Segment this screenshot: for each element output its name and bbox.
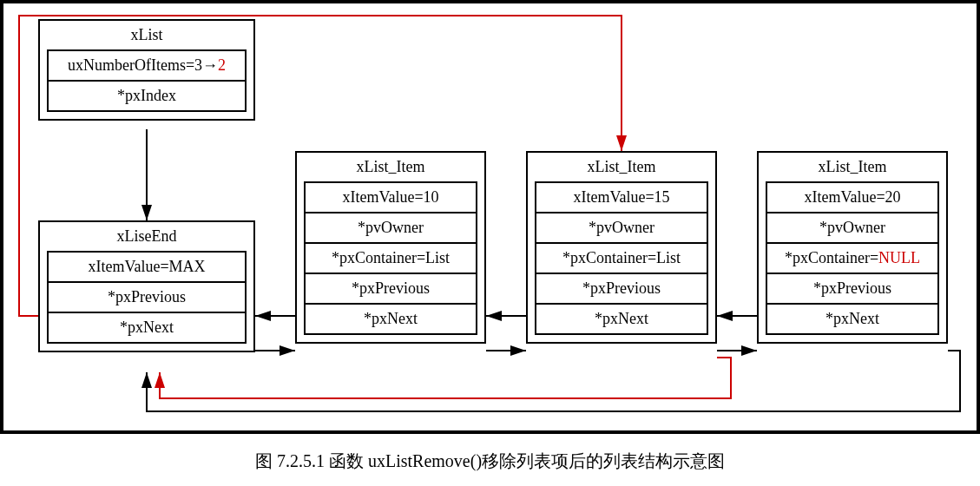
xlistend-xitemvalue: xItemValue=MAX (49, 253, 245, 283)
item20-pxprevious: *pxPrevious (767, 274, 937, 305)
arrow-item15-next-end-red (160, 358, 731, 398)
uxnumberofitems-cell: uxNumberOfItems=3→2 (49, 51, 245, 82)
item10-table: xItemValue=10 *pvOwner *pxContainer=List… (304, 181, 477, 335)
arrow-item20-next-end-wrap (147, 351, 960, 411)
item15-box: xList_Item xItemValue=15 *pvOwner *pxCon… (526, 151, 717, 344)
item15-table: xItemValue=15 *pvOwner *pxContainer=List… (535, 181, 708, 335)
figure-caption: 图 7.2.5.1 函数 uxListRemove()移除列表项后的列表结构示意… (0, 434, 980, 473)
diagram-frame: xList uxNumberOfItems=3→2 *pxIndex xLise… (0, 0, 980, 434)
item20-table: xItemValue=20 *pvOwner *pxContainer=NULL… (766, 181, 939, 335)
item20-pxcontainer: *pxContainer=NULL (767, 244, 937, 274)
item10-box: xList_Item xItemValue=10 *pvOwner *pxCon… (295, 151, 486, 344)
xlistend-title: xLiseEnd (40, 222, 253, 251)
ux-new-value: 2 (218, 56, 226, 74)
item10-pxcontainer: *pxContainer=List (306, 244, 476, 274)
item10-pxprevious: *pxPrevious (306, 274, 476, 305)
item10-title: xList_Item (297, 153, 484, 181)
item15-pxnext: *pxNext (536, 305, 707, 333)
item10-pvowner: *pvOwner (306, 213, 476, 244)
xlist-table: uxNumberOfItems=3→2 *pxIndex (47, 49, 247, 112)
item10-pxnext: *pxNext (306, 305, 476, 333)
item20-title: xList_Item (759, 153, 946, 181)
xlistend-pxnext: *pxNext (49, 313, 245, 342)
xlistend-box: xLiseEnd xItemValue=MAX *pxPrevious *pxN… (38, 220, 255, 352)
ux-prefix: uxNumberOfItems=3→ (68, 56, 218, 74)
item20-box: xList_Item xItemValue=20 *pvOwner *pxCon… (757, 151, 948, 344)
item15-pxcontainer: *pxContainer=List (536, 244, 707, 274)
xlistend-pxprevious: *pxPrevious (49, 283, 245, 313)
xlist-box: xList uxNumberOfItems=3→2 *pxIndex (38, 19, 255, 121)
item20-pvowner: *pvOwner (767, 213, 937, 244)
item15-xitemvalue: xItemValue=15 (536, 183, 707, 213)
item15-pvowner: *pvOwner (536, 213, 707, 244)
item20-pxcontainer-prefix: *pxContainer= (785, 249, 878, 266)
pxindex-cell: *pxIndex (49, 82, 245, 110)
item15-pxprevious: *pxPrevious (536, 274, 707, 305)
item20-pxnext: *pxNext (767, 305, 937, 333)
item15-title: xList_Item (528, 153, 715, 181)
item20-xitemvalue: xItemValue=20 (767, 183, 937, 213)
xlist-title: xList (40, 21, 253, 49)
item20-pxcontainer-null: NULL (878, 249, 920, 266)
xlistend-table: xItemValue=MAX *pxPrevious *pxNext (47, 251, 247, 344)
item10-xitemvalue: xItemValue=10 (306, 183, 476, 213)
